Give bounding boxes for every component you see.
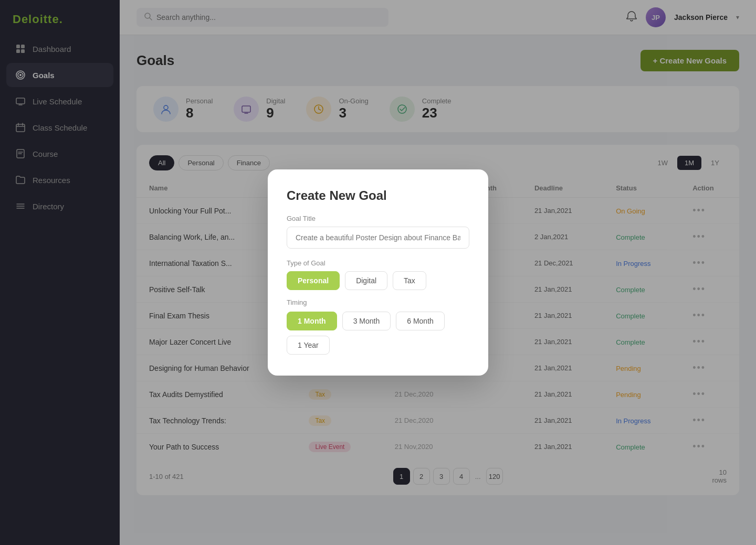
type-btn-personal[interactable]: Personal [287,271,340,290]
type-of-goal-label: Type of Goal [287,259,469,267]
modal-title: Create New Goal [287,188,469,203]
timing-group: 1 Month 3 Month 6 Month 1 Year [287,312,469,355]
type-btn-tax[interactable]: Tax [393,271,426,290]
goal-title-label: Goal Title [287,215,469,222]
timing-section: Timing 1 Month 3 Month 6 Month 1 Year [287,298,469,355]
timing-btn-1month[interactable]: 1 Month [287,312,337,330]
timing-btn-6month[interactable]: 6 Month [396,312,445,330]
create-goal-modal: Create New Goal Goal Title Type of Goal … [268,169,488,376]
type-btn-digital[interactable]: Digital [345,271,387,290]
goal-title-input[interactable] [287,227,469,249]
modal-overlay[interactable]: Create New Goal Goal Title Type of Goal … [0,0,756,545]
goal-type-group: Personal Digital Tax [287,271,469,290]
timing-label: Timing [287,298,469,306]
timing-btn-1year[interactable]: 1 Year [287,336,330,355]
timing-btn-3month[interactable]: 3 Month [342,312,391,330]
